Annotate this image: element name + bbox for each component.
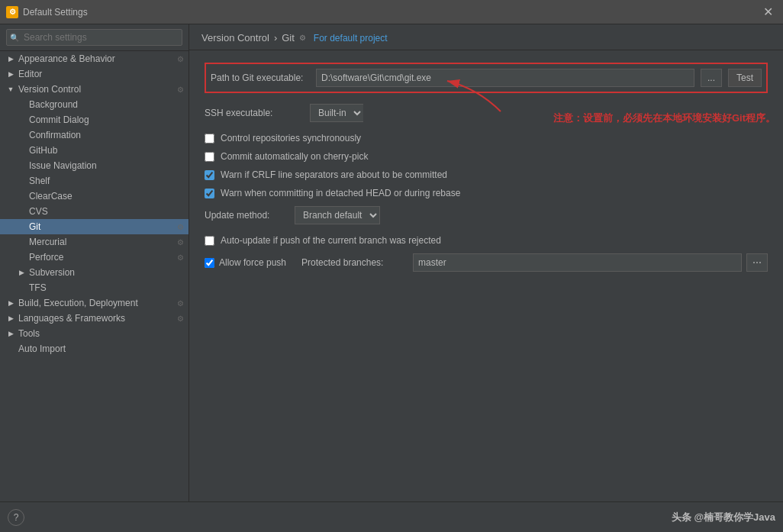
breadcrumb-separator: › — [274, 32, 277, 44]
ssh-select-group: Built-in — [310, 104, 363, 122]
sidebar-item-auto-import[interactable]: Auto Import — [0, 341, 188, 356]
sidebar-item-label: Tools — [18, 328, 40, 339]
arrow-icon — [17, 283, 26, 292]
update-method-row: Update method: Branch default — [205, 206, 768, 224]
arrow-icon — [17, 161, 26, 170]
window-title: Default Settings — [23, 7, 88, 18]
content-body: Path to Git executable: ... Test SSH exe… — [189, 50, 783, 295]
config-icon: ⚙ — [177, 253, 184, 262]
arrow-icon — [17, 207, 26, 216]
arrow-icon — [6, 298, 15, 308]
breadcrumb-current: Git — [282, 32, 295, 44]
arrow-icon — [6, 314, 15, 323]
protected-branches-label: Protected branches: — [301, 257, 408, 268]
sidebar-item-label: Build, Execution, Deployment — [18, 298, 138, 308]
detached-row: Warn when committing in detached HEAD or… — [205, 188, 768, 198]
browse-button[interactable]: ... — [701, 69, 722, 87]
cherry-pick-checkbox[interactable] — [205, 152, 214, 162]
bottom-bar: ? 头条 @楠哥教你学Java — [0, 501, 783, 532]
arrow-icon — [17, 253, 26, 262]
allow-force-label: Allow force push — [219, 257, 286, 268]
git-executable-label: Path to Git executable: — [211, 73, 310, 83]
main-container: Appearance & Behavior ⚙ Editor Version C… — [0, 24, 783, 501]
sidebar-item-label: Appearance & Behavior — [18, 53, 115, 64]
search-box — [0, 24, 188, 51]
sidebar-item-build[interactable]: Build, Execution, Deployment ⚙ — [0, 295, 188, 311]
control-repos-row: Control repositories synchronously — [205, 133, 768, 143]
sidebar-item-tfs[interactable]: TFS — [0, 280, 188, 295]
watermark: 头条 @楠哥教你学Java — [672, 511, 775, 524]
arrow-icon — [17, 131, 26, 140]
protected-branches-btn[interactable]: ⋯ — [746, 253, 768, 272]
search-wrap — [6, 29, 182, 46]
auto-update-row: Auto-update if push of the current branc… — [205, 235, 768, 246]
sidebar-item-issue-navigation[interactable]: Issue Navigation — [0, 158, 188, 173]
arrow-icon — [17, 146, 26, 155]
sidebar-item-clearcase[interactable]: ClearCase — [0, 189, 188, 204]
cherry-pick-label: Commit automatically on cherry-pick — [221, 151, 368, 162]
search-input[interactable] — [6, 29, 182, 46]
sidebar-item-cvs[interactable]: CVS — [0, 204, 188, 219]
config-icon: ⚙ — [177, 223, 184, 231]
arrow-icon — [17, 268, 26, 277]
sidebar-item-tools[interactable]: Tools — [0, 326, 188, 341]
config-icon: ⚙ — [177, 85, 184, 94]
sidebar-item-editor[interactable]: Editor — [0, 66, 188, 82]
arrow-icon — [17, 176, 26, 185]
sidebar-item-mercurial[interactable]: Mercurial ⚙ — [0, 234, 188, 250]
test-button[interactable]: Test — [728, 69, 762, 87]
detached-checkbox[interactable] — [205, 189, 214, 198]
sidebar-item-version-control[interactable]: Version Control ⚙ — [0, 82, 188, 97]
settings-small-icon: ⚙ — [299, 34, 306, 42]
config-icon: ⚙ — [177, 314, 184, 323]
protected-branches-input[interactable] — [413, 253, 742, 272]
annotation-text: 注意：设置前，必须先在本地环境安装好Git程序。 — [553, 111, 775, 125]
arrow-icon — [17, 115, 26, 124]
breadcrumb-root: Version Control — [201, 32, 269, 44]
sidebar-item-github[interactable]: GitHub — [0, 143, 188, 158]
sidebar-item-label: Git — [29, 221, 40, 232]
sidebar-item-label: Subversion — [29, 267, 75, 278]
sidebar-item-background[interactable]: Background — [0, 97, 188, 112]
arrow-icon — [17, 237, 26, 247]
sidebar-item-label: Background — [29, 99, 78, 110]
allow-force-group: Allow force push — [205, 257, 286, 268]
sidebar-item-appearance[interactable]: Appearance & Behavior ⚙ — [0, 51, 188, 66]
sidebar-item-label: Commit Dialog — [29, 114, 89, 125]
sidebar-item-label: ClearCase — [29, 191, 72, 202]
sidebar-item-shelf[interactable]: Shelf — [0, 173, 188, 189]
sidebar-item-perforce[interactable]: Perforce ⚙ — [0, 250, 188, 265]
close-button[interactable]: ✕ — [759, 3, 777, 21]
help-button[interactable]: ? — [8, 509, 24, 526]
config-icon: ⚙ — [177, 238, 184, 247]
arrow-icon — [6, 54, 15, 63]
arrow-icon — [6, 344, 15, 353]
sidebar-item-label: TFS — [29, 282, 47, 293]
sidebar-item-languages[interactable]: Languages & Frameworks ⚙ — [0, 311, 188, 326]
annotation-arrow — [440, 73, 516, 119]
crlf-row: Warn if CRLF line separators are about t… — [205, 169, 768, 180]
sidebar-item-label: Shelf — [29, 176, 50, 186]
sidebar-item-label: Mercurial — [29, 237, 66, 247]
sidebar-item-label: Issue Navigation — [29, 160, 97, 171]
update-method-select[interactable]: Branch default — [295, 206, 380, 224]
control-repos-checkbox[interactable] — [205, 134, 214, 143]
sidebar-item-confirmation[interactable]: Confirmation — [0, 127, 188, 143]
help-icon: ? — [14, 512, 19, 523]
sidebar-item-commit-dialog[interactable]: Commit Dialog — [0, 112, 188, 127]
allow-force-checkbox[interactable] — [205, 258, 214, 268]
breadcrumb-link[interactable]: For default project — [314, 33, 388, 44]
app-icon: ⚙ — [6, 6, 18, 18]
sidebar-item-subversion[interactable]: Subversion — [0, 265, 188, 280]
ssh-executable-label: SSH executable: — [205, 108, 304, 118]
sidebar-item-label: CVS — [29, 206, 48, 217]
arrow-icon — [6, 85, 15, 94]
ssh-select[interactable]: Built-in — [310, 104, 363, 122]
sidebar-item-label: Version Control — [18, 84, 81, 95]
force-push-row: Allow force push Protected branches: ⋯ — [205, 253, 768, 272]
config-icon: ⚙ — [177, 299, 184, 308]
crlf-checkbox[interactable] — [205, 170, 214, 180]
auto-update-checkbox[interactable] — [205, 236, 214, 246]
sidebar-item-git[interactable]: Git ⚙ — [0, 219, 188, 234]
arrow-icon — [17, 222, 26, 231]
